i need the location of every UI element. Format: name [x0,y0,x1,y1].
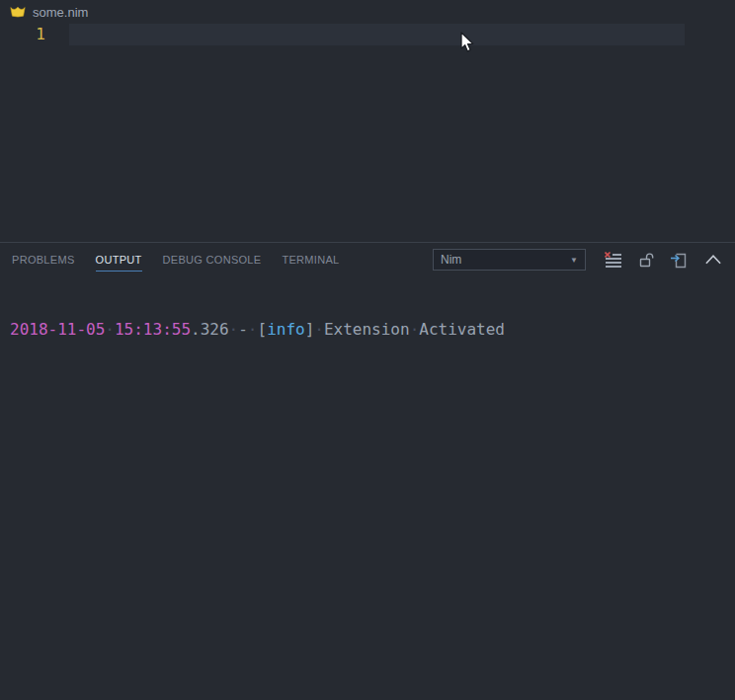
current-line-highlight[interactable] [69,24,685,45]
log-level-info: info [267,320,305,339]
clear-output-icon [605,252,622,268]
open-log-file-button[interactable] [670,252,688,269]
editor-line-1[interactable]: 1 [0,24,735,45]
log-timestamp-date: 2018-11-05 [10,320,105,339]
bottom-panel: PROBLEMS OUTPUT DEBUG CONSOLE TERMINAL N… [0,243,735,700]
log-bracket-open: [ [257,320,267,339]
log-separator-dash: - [238,320,248,339]
tab-debug-console[interactable]: DEBUG CONSOLE [163,254,262,272]
whitespace-dot: · [105,320,115,339]
output-channel-select[interactable]: Nim ▼ [433,249,586,271]
whitespace-dot: · [314,320,324,339]
log-timestamp-ms: .326 [191,320,229,339]
panel-header: PROBLEMS OUTPUT DEBUG CONSOLE TERMINAL N… [0,243,735,276]
tab-terminal[interactable]: TERMINAL [282,254,339,272]
whitespace-dot: · [410,320,420,339]
log-message-word-2: Activated [419,320,505,339]
maximize-panel-button[interactable] [704,252,722,269]
log-message-word-1: Extension [324,320,410,339]
panel-controls: Nim ▼ [433,249,722,271]
tab-output[interactable]: OUTPUT [96,254,142,272]
chevron-down-icon: ▼ [570,256,578,265]
output-log-line: 2018-11-05·15:13:55.326·-·[info]·Extensi… [10,320,725,339]
lock-scrolling-button[interactable] [637,252,655,269]
open-log-file-icon [670,252,688,269]
panel-tab-list: PROBLEMS OUTPUT DEBUG CONSOLE TERMINAL [12,249,339,272]
editor-tab-filename[interactable]: some.nim [33,5,88,20]
editor-tab-bar: some.nim [0,0,735,24]
unlock-icon [638,252,655,268]
log-timestamp-time: 15:13:55 [115,320,191,339]
nim-crown-icon [10,5,26,19]
chevron-up-icon [704,254,722,266]
output-channel-value: Nim [441,253,461,267]
tab-problems[interactable]: PROBLEMS [12,254,75,272]
clear-output-button[interactable] [605,252,622,269]
code-editor[interactable]: 1 [0,24,735,242]
output-log[interactable]: 2018-11-05·15:13:55.326·-·[info]·Extensi… [0,276,735,382]
line-number-gutter: 1 [0,24,45,45]
log-bracket-close: ] [305,320,315,339]
whitespace-dot: · [229,320,239,339]
